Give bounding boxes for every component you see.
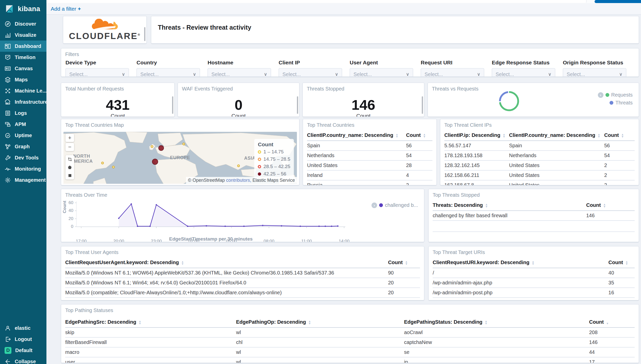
country-select[interactable]: Select...∨ [137, 68, 200, 77]
sort-icon[interactable]: ▲▼ [423, 133, 426, 138]
empty-row [433, 232, 635, 242]
column-header[interactable]: EdgePathingStatus: Descending▲▼ [404, 317, 589, 327]
column-header[interactable]: Count▲▼ [388, 258, 420, 268]
user-agent-select[interactable]: Select...∨ [350, 68, 413, 77]
sidebar-item-canvas[interactable]: Canvas [0, 63, 46, 74]
kibana-logo-icon [5, 4, 14, 14]
sidebar-item-management[interactable]: Management [0, 174, 46, 186]
add-filter-link[interactable]: Add a filter+ [51, 6, 81, 12]
sort-icon[interactable]: ▲▼ [503, 133, 505, 138]
column-header[interactable]: Count▲▼ [586, 200, 635, 211]
sidebar-item-uptime[interactable]: Uptime [0, 130, 46, 141]
sort-icon[interactable]: ▲▼ [532, 261, 534, 265]
map-dot-russia[interactable] [183, 143, 185, 145]
column-header[interactable]: ClientRequestURI.keyword: Descending▲▼ [433, 258, 609, 268]
column-header[interactable]: EdgePathingOp: Descending▲▼ [236, 317, 404, 327]
sidebar-item-apm[interactable]: APM [0, 119, 46, 130]
legend-item-threats[interactable]: Threats [598, 100, 633, 106]
panel-scrollbar[interactable] [172, 96, 173, 114]
sidebar-item-logout[interactable]: Logout [0, 334, 46, 345]
panel-scrollbar[interactable] [422, 96, 423, 114]
sort-icon[interactable]: ▲▼ [485, 203, 488, 208]
sort-icon[interactable]: ▲▼ [405, 261, 408, 265]
legend-bucket-3: 28.5 – 42.25 [258, 164, 290, 169]
legend-expand-icon[interactable]: › [598, 92, 603, 98]
map-dot-spain[interactable] [152, 159, 158, 165]
column-header[interactable]: EdgePathingSrc: Descending▲▼ [65, 317, 236, 327]
column-header[interactable]: ClientRequestUserAgent.keyword: Descendi… [65, 258, 388, 268]
legend-label[interactable]: challenged b... [385, 202, 418, 208]
column-header[interactable]: Count▲▼ [604, 130, 635, 141]
column-header[interactable]: Threats: Descending▲▼ [433, 200, 586, 211]
table-row: Spain56 [307, 141, 432, 151]
map-viewport[interactable]: NORTHAMERICA EUROPE ASIA + − Count [63, 132, 297, 184]
sidebar-item-label: Discover [15, 21, 36, 27]
timelion-icon [5, 54, 11, 61]
sidebar-item-maps[interactable]: Maps [0, 74, 46, 85]
sort-icon[interactable]: ▲▼ [396, 133, 398, 138]
column-header[interactable]: Count▲▼ [609, 258, 635, 268]
threats-over-time-chart[interactable]: 17:0020:0023:0002:0005:0008:0011:0014:00… [61, 200, 424, 233]
map-dot-netherlands[interactable] [159, 145, 164, 151]
sort-icon[interactable]: ▲▼ [485, 320, 487, 325]
chevron-down-icon: ∨ [619, 71, 622, 77]
sort-icon[interactable]: ▲▼ [625, 261, 628, 265]
sidebar-item-graph[interactable]: Graph [0, 141, 46, 152]
request-uri-select[interactable]: Select...∨ [421, 68, 484, 77]
sidebar-item-monitoring[interactable]: Monitoring [0, 163, 46, 174]
polygon-tool-icon[interactable] [65, 163, 74, 171]
client-ip-select[interactable]: Select...∨ [279, 68, 342, 77]
sort-icon[interactable]: ▲▼ [598, 133, 600, 138]
column-header[interactable]: ClientIP.ip: Descending▲▼ [444, 130, 509, 141]
legend-label: 28.5 – 42.25 [263, 164, 290, 169]
map-dot-china[interactable] [238, 165, 240, 167]
sidebar-item-default-space[interactable]: D Default [0, 345, 46, 356]
update-button[interactable] [595, 0, 641, 3]
map-dot-us-south[interactable] [112, 166, 114, 168]
device-type-select[interactable]: Select...∨ [65, 68, 129, 77]
rectangle-tool-icon[interactable] [65, 171, 74, 179]
legend-item-requests[interactable]: › Requests [598, 92, 633, 98]
query-input-edge[interactable] [46, 0, 586, 3]
sidebar-item-infrastructure[interactable]: Infrastructure [0, 96, 46, 107]
sort-desc-icon[interactable]: ▲▼ [606, 320, 609, 325]
sort-icon[interactable]: ▲▼ [181, 261, 184, 265]
column-header[interactable]: Count▲▼ [589, 317, 635, 327]
map-dot-united-kingdom[interactable] [151, 145, 153, 148]
zoom-out-button[interactable]: − [65, 143, 74, 151]
filter-label: Device Type [65, 60, 129, 66]
chevron-down-icon: ∨ [122, 71, 125, 77]
table-row: /wp-admin/admin-ajax.php?action=update-z… [433, 298, 635, 300]
sidebar-item-visualize[interactable]: Visualize [0, 29, 46, 41]
sort-icon[interactable]: ▲▼ [603, 203, 606, 208]
panel-scrollbar[interactable] [144, 27, 145, 41]
column-header[interactable]: ClientIP.country_name: Descending▲▼ [509, 130, 604, 141]
legend-expand-icon[interactable]: › [372, 203, 377, 208]
sidebar-item-dashboard[interactable]: Dashboard [0, 41, 46, 52]
sort-icon[interactable]: ▲▼ [621, 133, 624, 138]
sidebar-item-dev-tools[interactable]: Dev Tools [0, 152, 46, 163]
column-header[interactable]: ClientIP.country_name: Descending▲▼ [307, 130, 406, 141]
sidebar-item-machine-learning[interactable]: Machine Le... [0, 85, 46, 96]
column-header[interactable]: Count▲▼ [406, 130, 432, 141]
sidebar-item-elastic-user[interactable]: elastic [0, 322, 46, 334]
sort-icon[interactable]: ▲▼ [139, 320, 141, 325]
sort-icon[interactable]: ▲▼ [308, 320, 311, 325]
crop-tool-icon[interactable] [65, 155, 74, 163]
sidebar-item-discover[interactable]: Discover [0, 18, 46, 29]
sidebar-item-timelion[interactable]: Timelion [0, 52, 46, 63]
sidebar-item-label: Visualize [15, 32, 36, 38]
zoom-in-button[interactable]: + [65, 134, 74, 142]
panel-scrollbar[interactable] [297, 96, 298, 114]
origin-response-status-select[interactable]: Select...∨ [563, 68, 626, 77]
plus-icon: + [78, 6, 81, 12]
hostname-select[interactable]: Select...∨ [208, 68, 271, 77]
table-row: skipwlaoCrawl208 [65, 327, 635, 337]
threats-vs-requests-donut[interactable] [499, 91, 519, 111]
sidebar-item-logs[interactable]: Logs [0, 107, 46, 119]
sidebar-item-collapse[interactable]: Collapse [0, 356, 46, 364]
edge-response-status-select[interactable]: Select...∨ [492, 68, 555, 77]
kibana-brand: kibana [18, 5, 40, 13]
osm-contributors-link[interactable]: contributors, [226, 178, 251, 183]
map-dot-us-west[interactable] [102, 162, 104, 164]
